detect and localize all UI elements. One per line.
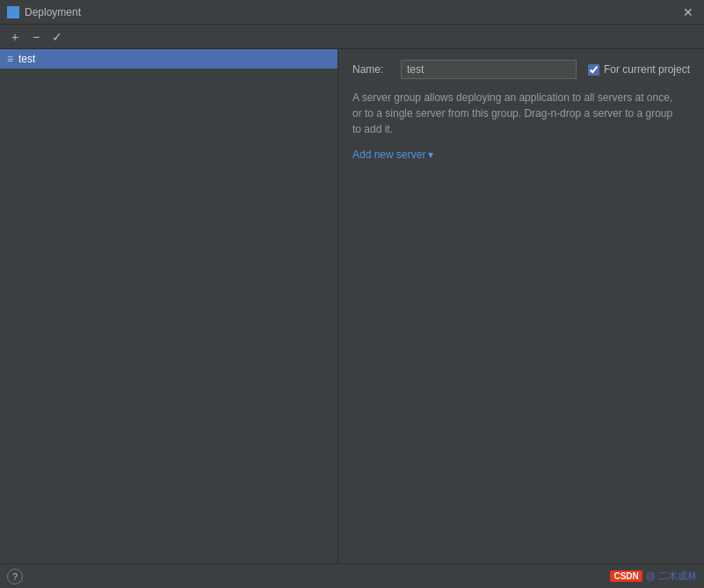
window-title: Deployment xyxy=(25,6,81,18)
apply-button[interactable]: ✓ xyxy=(47,27,67,47)
svg-rect-2 xyxy=(10,16,17,17)
toolbar: + − ✓ xyxy=(0,25,704,49)
svg-rect-1 xyxy=(11,14,16,16)
svg-rect-0 xyxy=(9,8,18,14)
checkbox-label: For current project xyxy=(604,63,690,76)
checkbox-row: For current project xyxy=(588,63,690,76)
server-item-label: test xyxy=(18,53,35,65)
help-button[interactable]: ? xyxy=(7,569,23,584)
for-current-project-checkbox[interactable] xyxy=(588,64,599,76)
deployment-icon xyxy=(7,6,19,18)
main-content: ≡ test Name: For current project A serve… xyxy=(0,49,704,563)
name-label: Name: xyxy=(352,63,392,76)
left-panel: ≡ test xyxy=(0,49,338,563)
title-bar: Deployment ✕ xyxy=(0,0,704,25)
watermark-text: @ 二木成林 xyxy=(646,570,697,583)
server-group-icon: ≡ xyxy=(7,53,13,65)
add-server-label: Add new server xyxy=(352,149,425,161)
chevron-down-icon: ▾ xyxy=(428,149,433,161)
add-button[interactable]: + xyxy=(5,27,25,47)
name-input[interactable] xyxy=(401,60,577,79)
right-panel: Name: For current project A server group… xyxy=(338,49,704,563)
watermark-csdn: CSDN xyxy=(610,570,642,582)
bottom-bar: ? CSDN @ 二木成林 xyxy=(0,563,704,588)
description-text: A server group allows deploying an appli… xyxy=(352,90,678,137)
watermark: CSDN @ 二木成林 xyxy=(610,570,697,583)
title-bar-left: Deployment xyxy=(7,6,81,18)
name-row: Name: For current project xyxy=(352,60,690,79)
close-button[interactable]: ✕ xyxy=(679,4,697,20)
remove-button[interactable]: − xyxy=(26,27,46,47)
add-server-link[interactable]: Add new server ▾ xyxy=(352,149,433,161)
server-item-test[interactable]: ≡ test xyxy=(0,49,337,69)
